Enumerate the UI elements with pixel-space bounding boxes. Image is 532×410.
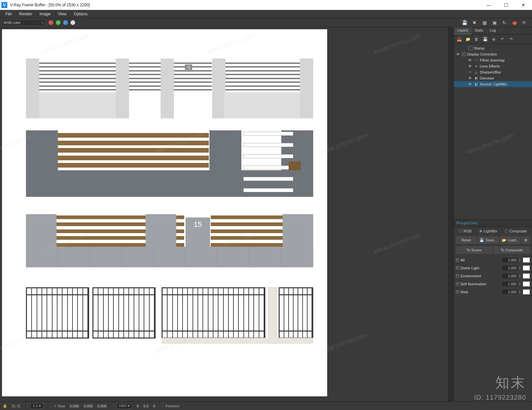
to-composite-button[interactable]: To Composite [494, 246, 530, 254]
layer-stamp[interactable]: Stamp [454, 45, 532, 51]
clear-image-icon[interactable]: ✖ [471, 19, 478, 26]
save-button[interactable]: 💾Save... [478, 236, 498, 244]
dropdown-arrow-icon: ▼ [41, 21, 44, 24]
hsv-h: 0 [137, 404, 139, 408]
value-input[interactable]: 1.000 [501, 273, 518, 279]
reset-button[interactable]: Reset [456, 236, 476, 244]
spinner-icon[interactable]: ▲▼ [518, 265, 521, 271]
spinner-icon[interactable]: ▲▼ [518, 257, 521, 263]
vertical-scrollbar[interactable] [448, 27, 454, 401]
channel-select[interactable]: RGB color ▼ [2, 19, 45, 26]
canvas-area[interactable]: 15 15 [0, 27, 448, 401]
menu-view[interactable]: View [55, 11, 70, 17]
hsv-select[interactable]: HSV ▾ [117, 403, 132, 409]
visibility-icon[interactable]: 👁 [467, 70, 472, 74]
fence-design-1: 15 [26, 59, 313, 118]
redo-icon[interactable]: ↷ [508, 36, 514, 42]
maximize-button[interactable]: ☐ [499, 0, 513, 10]
undo-icon[interactable]: ↶ [499, 36, 506, 42]
to-scene-button[interactable]: To Scene [456, 246, 492, 254]
layers-toolbar: 📥 📁 🗑 💾 ≣ ↶ ↷ [454, 35, 532, 44]
color-swatch[interactable] [523, 273, 530, 279]
layer-filmic[interactable]: 👁 〰 Filmic tonemap [454, 57, 532, 63]
region-render-icon[interactable]: ▦ [481, 19, 488, 26]
minimize-button[interactable]: — [481, 0, 496, 10]
mono-channel-button[interactable] [70, 20, 75, 25]
save-preset-icon[interactable]: 💾 [482, 36, 488, 42]
value-input[interactable]: 1.000 [501, 265, 518, 271]
radio-composite[interactable]: Composite [505, 229, 527, 233]
link-pdplayer-icon[interactable]: ↻ [501, 19, 508, 26]
green-channel-button[interactable] [56, 20, 61, 25]
checkbox-icon[interactable] [456, 282, 459, 286]
value-input[interactable]: 1.000 [501, 289, 518, 295]
list-icon[interactable]: ≣ [490, 36, 497, 42]
layer-display-correction[interactable]: 👁 Display Correction [454, 51, 532, 57]
zoom-select[interactable]: 1:1 ▾ [30, 403, 43, 409]
visibility-icon[interactable]: 👁 [467, 58, 472, 62]
save-image-icon[interactable]: 💾 [461, 19, 468, 26]
fence-design-2 [26, 130, 313, 197]
track-mouse-icon[interactable]: ▣ [491, 19, 498, 26]
red-channel-button[interactable] [49, 20, 53, 25]
lock-icon[interactable]: 🔒 [3, 404, 7, 408]
menu-button[interactable]: ≣ [522, 236, 530, 244]
properties-heading: Properties [454, 219, 532, 227]
add-layer-icon[interactable]: 📥 [456, 36, 463, 42]
spinner-icon[interactable]: ▲▼ [518, 273, 521, 279]
menu-image[interactable]: Image [36, 11, 54, 17]
layer-lens-effects[interactable]: 👁 ✦ Lens Effects [454, 63, 532, 69]
radio-lightmix[interactable]: LightMix [479, 229, 497, 233]
tab-stats[interactable]: Stats [471, 27, 486, 34]
checkbox-icon[interactable] [462, 52, 466, 56]
tab-layers[interactable]: Layers [454, 27, 471, 34]
checkbox-icon[interactable] [456, 258, 459, 262]
load-button[interactable]: 📂Load... [500, 236, 521, 244]
value-input[interactable]: 1.500 [501, 281, 518, 287]
visibility-icon[interactable]: 👁 [467, 82, 472, 86]
color-swatch[interactable] [523, 257, 530, 263]
render-icon[interactable]: ⟳ [521, 19, 528, 26]
value-input[interactable]: 1.000 [501, 257, 518, 263]
checkbox-icon[interactable] [468, 46, 472, 50]
mailbox-icon [289, 162, 301, 170]
menu-render[interactable]: Render [16, 11, 35, 17]
delete-layer-icon[interactable]: 🗑 [473, 36, 480, 42]
plus-icon: ✦ [474, 64, 478, 68]
folder-icon[interactable]: 📁 [465, 36, 471, 42]
lightmix-row-env[interactable]: Environment 1.000▲▼ [456, 272, 530, 280]
checkbox-icon[interactable] [456, 266, 459, 270]
menu-options[interactable]: Options [70, 11, 91, 17]
hsv-s: 0.0 [143, 404, 148, 408]
close-button[interactable]: ✕ [516, 0, 531, 10]
save-icon: 💾 [479, 238, 484, 242]
lightmix-row-self-illum[interactable]: Self Illumination 1.500▲▼ [456, 280, 530, 288]
raw-label: ↙Raw [54, 404, 65, 408]
layer-denoiser[interactable]: 👁 ◩ Denoiser [454, 75, 532, 81]
color-swatch[interactable] [523, 265, 530, 271]
render-status: Finished [166, 404, 180, 408]
spinner-icon[interactable]: ▲▼ [518, 281, 521, 287]
tab-log[interactable]: Log [486, 27, 499, 34]
blue-channel-button[interactable] [63, 20, 68, 25]
spinner-icon[interactable]: ▲▼ [518, 289, 521, 295]
lightmix-row-dome[interactable]: Dome Light 1.000▲▼ [456, 264, 530, 272]
visibility-icon[interactable]: 👁 [467, 64, 472, 68]
radio-rgb[interactable]: RGB [459, 229, 471, 233]
layer-sharpen-blur[interactable]: 👁 △ Sharpen/Blur [454, 69, 532, 75]
render-last-icon[interactable]: 🫖 [511, 19, 518, 26]
visibility-icon[interactable]: 👁 [467, 76, 472, 80]
triangle-icon: △ [474, 70, 478, 74]
lightmix-row-all[interactable]: All 1.000▲▼ [456, 256, 530, 264]
checkbox-icon[interactable] [456, 290, 459, 294]
menu-file[interactable]: File [2, 11, 15, 17]
visibility-icon[interactable]: 👁 [455, 52, 461, 56]
checkbox-icon[interactable] [456, 274, 459, 278]
window-title: V-Ray Frame Buffer - [50.0% of 2530 x 22… [10, 3, 481, 7]
lightmix-row-rest[interactable]: Rest 1.000▲▼ [456, 288, 530, 296]
color-swatch[interactable] [523, 281, 530, 287]
layer-source-lightmix[interactable]: 👁 ◧ Source: LightMix [454, 81, 532, 87]
color-swatch[interactable] [523, 289, 530, 295]
lightmix-icon: ◧ [474, 82, 478, 86]
app-logo: V [1, 2, 7, 8]
